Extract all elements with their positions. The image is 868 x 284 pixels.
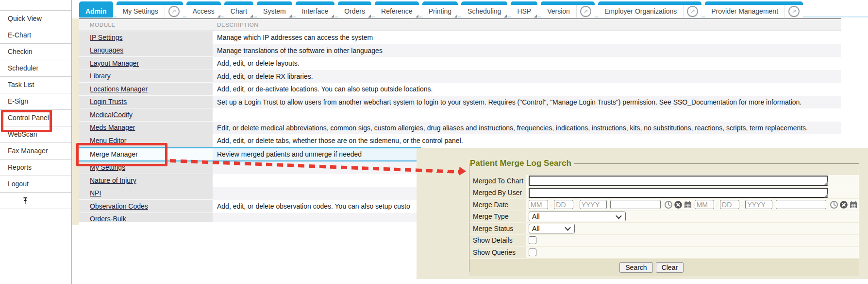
clock-icon[interactable]	[664, 200, 673, 209]
module-link-languages[interactable]: Languages	[90, 46, 123, 54]
table-row: IP Settings Manage which IP addresses ca…	[79, 31, 841, 44]
form-row-merge-type: Merge Type All	[469, 211, 859, 223]
tab-scheduling[interactable]: Scheduling	[461, 1, 507, 18]
tab-version-popout-button[interactable]: ↗	[576, 5, 595, 18]
merge-status-select[interactable]: All	[529, 224, 575, 233]
module-description: Set up a Login Trust to allow users from…	[213, 96, 841, 109]
tab-provider-management[interactable]: Provider Management ↗	[705, 1, 803, 18]
module-link-my-settings[interactable]: My Settings	[90, 163, 125, 171]
merge-date-end-time-input[interactable]	[776, 200, 826, 209]
sidebar-item-fax-manager[interactable]: Fax Manager	[0, 143, 71, 160]
clock-icon[interactable]	[830, 200, 838, 209]
module-description: Add, edit, or delete RX libraries.	[213, 70, 841, 83]
module-column-header: MODULE	[79, 22, 213, 28]
tab-admin[interactable]: Admin	[79, 1, 113, 18]
sidebar-item-reports[interactable]: Reports	[0, 160, 71, 176]
resize-grip-icon	[824, 194, 828, 197]
table-row: Layout Manager Add, edit, or delete layo…	[79, 57, 841, 70]
module-link-orders-bulk[interactable]: Orders-Bulk	[90, 215, 126, 222]
chevron-down-icon	[616, 213, 622, 219]
sidebar-item-control-panel[interactable]: Control Panel	[0, 110, 71, 126]
merge-type-select[interactable]: All	[529, 212, 626, 221]
module-link-meds-manager[interactable]: Meds Manager	[90, 124, 135, 131]
merge-log-search-fieldset: Patient Merge Log Search Merged To Chart…	[469, 159, 859, 272]
sidebar-item-webscan[interactable]: WebScan	[0, 126, 71, 143]
module-description: Add, edit, or de-activate locations. You…	[213, 83, 841, 96]
tab-my-settings-popout-button[interactable]: ↗	[165, 5, 183, 18]
tab-provider-management-popout-button[interactable]: ↗	[785, 5, 803, 18]
sidebar-item-logout[interactable]: Logout	[0, 176, 71, 193]
annotation-arrow-head-icon	[459, 167, 467, 176]
tab-orders[interactable]: Orders	[338, 1, 371, 18]
date-separator: -	[575, 201, 577, 208]
sidebar-item-checkin[interactable]: Checkin	[0, 44, 71, 60]
description-column-header: DESCRIPTION	[213, 22, 841, 28]
form-row-show-details: Show Details	[469, 235, 859, 247]
show-queries-checkbox[interactable]	[529, 248, 536, 256]
tab-employer-organizations[interactable]: Employer Organizations ↗	[598, 1, 701, 18]
merge-date-end-month-input[interactable]	[695, 200, 714, 209]
resize-grip-icon	[824, 181, 828, 185]
module-link-locations-manager[interactable]: Locations Manager	[90, 85, 148, 93]
merged-to-chart-input[interactable]	[529, 176, 828, 186]
sidebar-item-quick-view[interactable]: Quick View	[0, 11, 71, 27]
chevron-down-icon	[565, 225, 571, 231]
module-link-login-trusts[interactable]: Login Trusts	[90, 98, 127, 106]
tab-reference[interactable]: Reference	[375, 1, 419, 18]
form-row-merged-by-user: Merged By User	[469, 187, 859, 199]
sidebar-pin-toggle[interactable]	[0, 193, 71, 209]
module-link-nature-of-injury[interactable]: Nature of Injury	[90, 177, 136, 184]
calendar-icon[interactable]	[684, 200, 692, 209]
module-description: Add, edit, or delete tabs, whether those…	[213, 134, 841, 147]
module-link-ip-settings[interactable]: IP Settings	[90, 34, 122, 41]
tab-printing[interactable]: Printing	[422, 1, 458, 18]
clear-date-icon[interactable]	[839, 200, 848, 209]
panel-button-bar: Search Clear	[469, 259, 859, 276]
merge-date-start-month-input[interactable]	[529, 200, 548, 209]
module-link-npi[interactable]: NPI	[90, 189, 101, 197]
clear-button[interactable]: Clear	[656, 262, 684, 273]
module-link-library[interactable]: Library	[90, 72, 111, 80]
merge-date-label: Merge Date	[469, 199, 526, 211]
tab-my-settings[interactable]: My Settings ↗	[117, 1, 183, 18]
table-row: MedicalCodify	[79, 108, 841, 122]
merge-date-end-day-input[interactable]	[720, 200, 739, 209]
date-separator: -	[550, 201, 552, 208]
merge-status-selected-value: All	[532, 225, 540, 232]
module-description: Add, edit, or delete layouts.	[213, 57, 841, 70]
tab-chart[interactable]: Chart	[224, 1, 253, 18]
module-link-merge-manager[interactable]: Merge Manager	[90, 150, 138, 158]
module-link-observation-codes[interactable]: Observation Codes	[90, 202, 148, 210]
merge-date-start-year-input[interactable]	[580, 200, 607, 209]
date-separator: -	[741, 201, 743, 208]
tab-version[interactable]: Version ↗	[541, 1, 595, 18]
patient-merge-log-search-panel: Patient Merge Log Search Merged To Chart…	[417, 148, 868, 279]
sidebar-item-e-chart[interactable]: E-Chart	[0, 27, 71, 44]
module-link-medicalcodify[interactable]: MedicalCodify	[90, 111, 133, 119]
module-link-layout-manager[interactable]: Layout Manager	[90, 59, 139, 67]
sidebar: Quick View E-Chart Checkin Scheduler Tas…	[0, 0, 72, 284]
merge-date-end-year-input[interactable]	[745, 200, 772, 209]
tab-employer-organizations-popout-button[interactable]: ↗	[683, 5, 701, 18]
show-queries-label: Show Queries	[469, 247, 526, 259]
tab-access[interactable]: Access	[186, 1, 221, 18]
search-button[interactable]: Search	[619, 262, 652, 273]
merged-by-user-input[interactable]	[529, 188, 828, 198]
show-details-checkbox[interactable]	[529, 236, 536, 244]
calendar-icon[interactable]	[849, 200, 858, 209]
sidebar-item-e-sign[interactable]: E-Sign	[0, 93, 71, 110]
webchart-admin-screen: Quick View E-Chart Checkin Scheduler Tas…	[0, 0, 868, 284]
clear-date-icon[interactable]	[674, 200, 683, 209]
panel-title: Patient Merge Log Search	[469, 159, 574, 168]
table-row: Meds Manager Edit, or delete medical abb…	[79, 122, 841, 135]
tab-hsp[interactable]: HSP	[511, 1, 537, 18]
tab-interface[interactable]: Interface	[296, 1, 334, 18]
sidebar-item-scheduler[interactable]: Scheduler	[0, 60, 71, 77]
merge-date-start-time-input[interactable]	[610, 200, 661, 209]
tab-system[interactable]: System	[257, 1, 292, 18]
module-link-menu-editor[interactable]: Menu Editor	[90, 137, 126, 144]
sidebar-item-task-list[interactable]: Task List	[0, 77, 71, 93]
form-row-merge-date: Merge Date - - - -	[469, 199, 859, 211]
merge-date-start-day-input[interactable]	[554, 200, 573, 209]
table-row: Library Add, edit, or delete RX librarie…	[79, 70, 841, 83]
